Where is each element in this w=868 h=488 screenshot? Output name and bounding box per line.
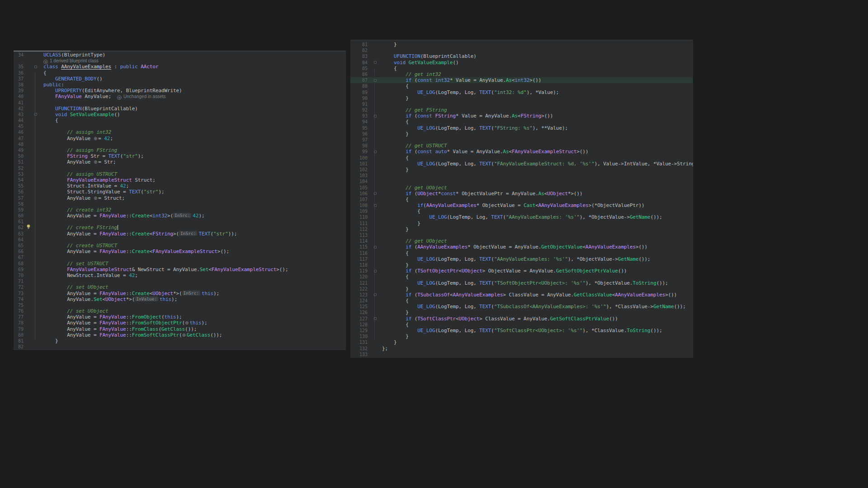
line-number[interactable]: 99 [350,149,368,155]
code-line[interactable]: 58 [14,201,346,207]
code-line[interactable]: 50 FString Str = TEXT("str"); [14,153,346,159]
code-text[interactable]: if (TSubclassOf<AAnyValueExamples> Class… [378,292,693,298]
code-line[interactable]: 112 } [350,226,693,232]
code-line[interactable]: 43 void SetValueExample() [14,112,346,117]
code-line[interactable]: 64 [14,237,346,243]
line-number[interactable]: 39 [14,88,24,94]
code-text[interactable]: { [378,322,693,328]
code-text[interactable]: UE_LOG(LogTemp, Log, TEXT("FAnyValueExam… [378,161,693,167]
line-number[interactable]: 128 [350,322,368,328]
code-text[interactable]: // get USTRUCT [378,143,693,149]
line-number[interactable]: 57 [14,195,24,201]
fold-marker-icon[interactable] [374,61,377,64]
code-line[interactable]: 81 } [350,42,693,47]
line-number[interactable]: 116 [350,250,368,256]
code-text[interactable]: if (AAnyValueExamples* ObjectValue = Any… [378,244,693,250]
line-number[interactable]: 85 [350,66,368,71]
code-text[interactable]: { [378,83,693,89]
code-line[interactable]: 124 { [350,298,693,304]
quickfix-lightbulb-icon[interactable] [26,224,31,231]
code-line[interactable]: 127 if (TSoftClassPtr<UObject> ClassValu… [350,316,693,322]
line-number[interactable]: 112 [350,226,368,232]
line-number[interactable]: 120 [350,274,368,280]
code-text[interactable]: if (TSoftClassPtr<UObject> ClassValue = … [378,316,693,322]
line-number[interactable]: 49 [14,147,24,153]
line-number[interactable]: 73 [14,291,24,296]
code-text[interactable]: // assign USTRUCT [39,171,346,177]
code-line[interactable]: 70 NewStruct.IntValue = 42; [14,272,346,278]
code-text[interactable]: // get UObject [378,185,693,191]
code-line[interactable]: 78 AnyValue = FAnyValue::FromSoftObjectP… [14,320,346,326]
code-text[interactable]: // create int32 [39,207,346,213]
code-text[interactable]: // set USTRUCT [39,261,346,267]
code-line[interactable]: 121 UE_LOG(LogTemp, Log, TEXT("TSoftObje… [350,280,693,286]
fold-marker-icon[interactable] [374,192,377,195]
code-text[interactable]: if (TSoftObjectPtr<UObject> ObjectValue … [378,268,693,274]
code-text[interactable]: if (const int32* Value = AnyValue.As<int… [378,77,693,83]
code-line[interactable]: 97 [350,137,693,143]
line-number[interactable]: 45 [14,123,24,129]
line-number[interactable]: 113 [350,232,368,238]
line-number[interactable]: 109 [350,208,368,214]
code-text[interactable]: FString Str = TEXT("str"); [39,153,346,159]
code-line[interactable]: 132}; [350,346,693,352]
code-line[interactable]: 60 AnyValue = FAnyValue::Create<int32>(I… [14,213,346,219]
line-number[interactable]: 50 [14,153,24,159]
code-line[interactable]: 79 AnyValue = FAnyValue::FromClass(GetCl… [14,326,346,332]
code-line[interactable]: 89 UE_LOG(LogTemp, Log, TEXT("int32: %d"… [350,89,693,95]
line-number[interactable]: 38 [14,82,24,88]
code-line[interactable]: 77 AnyValue = FAnyValue::FromObject(this… [14,314,346,320]
code-line[interactable]: 81 } [14,338,346,344]
line-number[interactable]: 63 [14,231,24,237]
code-line[interactable]: 87 if (const int32* Value = AnyValue.As<… [350,77,693,83]
code-line[interactable]: 114 // get UObject [350,238,693,244]
code-line[interactable]: 100 { [350,155,693,161]
code-line[interactable]: 117 UE_LOG(LogTemp, Log, TEXT("AAnyValue… [350,256,693,262]
line-number[interactable]: 102 [350,167,368,173]
line-number[interactable]: 56 [14,189,24,195]
code-text[interactable]: if (const FString* Value = AnyValue.As<F… [378,113,693,119]
line-number[interactable]: 79 [14,326,24,332]
code-line[interactable]: 83 UFUNCTION(BlueprintCallable) [350,53,693,59]
code-line[interactable]: 42 UFUNCTION(BlueprintCallable) [14,106,346,112]
code-text[interactable]: UFUNCTION(BlueprintCallable) [378,53,693,59]
code-line[interactable]: 120 { [350,274,693,280]
line-number[interactable]: 95 [350,125,368,131]
line-number[interactable]: 65 [14,243,24,249]
code-line[interactable]: 123 if (TSubclassOf<AAnyValueExamples> C… [350,292,693,298]
line-number[interactable]: 68 [14,261,24,267]
line-number[interactable]: 90 [350,95,368,101]
code-text[interactable]: } [378,286,693,292]
code-line[interactable]: 75 [14,302,346,308]
line-number[interactable]: 44 [14,117,24,123]
fold-marker-icon[interactable] [374,270,377,272]
line-number[interactable]: 64 [14,237,24,243]
code-text[interactable]: { [378,298,693,304]
code-text[interactable]: { [378,155,693,161]
code-line[interactable]: 125 UE_LOG(LogTemp, Log, TEXT("TSubclass… [350,304,693,310]
code-line[interactable]: 122 } [350,286,693,292]
code-line[interactable]: 96 } [350,131,693,137]
fold-marker-icon[interactable] [34,66,37,68]
code-line[interactable]: 113 [350,232,693,238]
line-number[interactable]: 105 [350,185,368,191]
line-number[interactable]: 76 [14,308,24,314]
code-line[interactable]: 74 AnyValue.Set<UObject*>(InValue:this); [14,296,346,302]
code-line[interactable]: 73 AnyValue = FAnyValue::Create<UObject*… [14,291,346,296]
code-text[interactable]: u1 derived blueprint class [39,58,346,64]
unreal-engine-badge-icon[interactable]: u [43,60,48,64]
line-number[interactable]: 124 [350,298,368,304]
code-line[interactable]: 63 AnyValue = FAnyValue::Create<FString>… [14,231,346,237]
code-line[interactable]: 101 UE_LOG(LogTemp, Log, TEXT("FAnyValue… [350,161,693,167]
code-text[interactable]: Struct.StringValue = TEXT("str"); [39,189,346,195]
code-line[interactable]: 91 [350,101,693,107]
code-line[interactable]: 131 } [350,339,693,345]
code-line[interactable]: 54 FAnyValueExampleStruct Struct; [14,177,346,183]
code-text[interactable]: // create USTRUCT [39,243,346,249]
code-text[interactable]: UE_LOG(LogTemp, Log, TEXT("int32: %d"), … [378,89,693,95]
line-number[interactable]: 62 [14,225,24,230]
code-text[interactable]: // create FString [39,225,346,230]
code-line[interactable]: 116 { [350,250,693,256]
line-number[interactable]: 97 [350,137,368,143]
code-line[interactable]: 51 AnyValue ⊕= Str; [14,159,346,165]
